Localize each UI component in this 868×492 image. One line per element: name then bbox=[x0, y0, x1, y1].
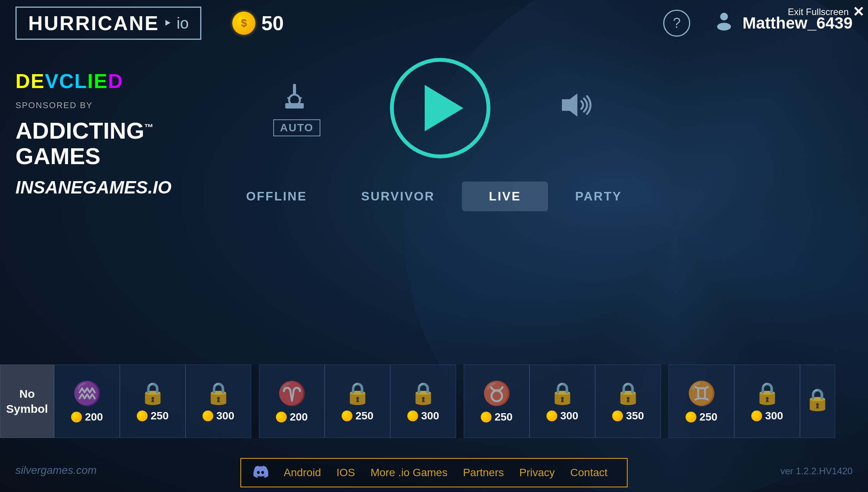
tab-live[interactable]: LIVE bbox=[462, 182, 548, 211]
top-bar: HURRICANE ‣ io $ 50 ? Matthew_6439 bbox=[0, 0, 868, 46]
symbol-price-1: 200 bbox=[71, 411, 103, 423]
coin-icon-5 bbox=[342, 411, 352, 421]
no-symbol-label: NoSymbol bbox=[6, 386, 48, 416]
lock-icon-11: 🔒 bbox=[754, 381, 781, 406]
symbol-card-no-symbol[interactable]: NoSymbol bbox=[0, 365, 54, 438]
help-button[interactable]: ? bbox=[663, 10, 690, 37]
footer-link-partners[interactable]: Partners bbox=[463, 467, 504, 479]
exit-fullscreen-label: Exit Fullscreen bbox=[788, 7, 849, 17]
coin-icon-2 bbox=[137, 411, 148, 421]
play-row: AUTO bbox=[273, 58, 595, 158]
coin-display: $ 50 bbox=[232, 12, 284, 35]
lock-icon-5: 🔒 bbox=[344, 381, 371, 406]
symbol-card-1[interactable]: ♒ 200 bbox=[54, 365, 120, 438]
symbol-card-9[interactable]: 🔒 350 bbox=[595, 365, 661, 438]
coin-icon-1 bbox=[71, 412, 82, 422]
lock-icon-6: 🔒 bbox=[410, 381, 437, 406]
lock-icon-12: 🔒 bbox=[804, 387, 831, 412]
footer-link-privacy[interactable]: Privacy bbox=[519, 467, 555, 479]
symbol-card-11[interactable]: 🔒 300 bbox=[734, 365, 800, 438]
coin-icon-7 bbox=[481, 412, 492, 422]
symbol-price-4: 200 bbox=[276, 411, 308, 423]
sound-button[interactable] bbox=[560, 92, 595, 125]
svg-marker-7 bbox=[562, 93, 577, 117]
tab-party[interactable]: PARTY bbox=[548, 182, 649, 211]
symbol-icon-7: ♉ bbox=[482, 380, 511, 407]
coin-icon-4 bbox=[276, 412, 287, 422]
symbol-row: NoSymbol ♒ 200 🔒 250 🔒 300 ♈ 200 bbox=[0, 365, 868, 438]
symbol-price-3: 300 bbox=[203, 410, 235, 422]
mode-tabs: OFFLINE SURVIVOR LIVE PARTY bbox=[219, 182, 649, 211]
center-area: AUTO OFFLINE SURVIVOR LIVE PARTY bbox=[0, 58, 868, 211]
footer-link-more-io[interactable]: More .io Games bbox=[371, 467, 448, 479]
bottom-bar: silvergames.com Android IOS More .io Gam… bbox=[0, 453, 868, 492]
svg-point-0 bbox=[720, 13, 728, 20]
coin-icon-8 bbox=[546, 411, 557, 421]
tab-survivor[interactable]: SURVIVOR bbox=[334, 182, 462, 211]
coin-icon-10 bbox=[686, 412, 696, 422]
symbol-price-7: 250 bbox=[481, 411, 513, 423]
lock-icon-9: 🔒 bbox=[615, 381, 642, 406]
symbol-icon-4: ♈ bbox=[277, 380, 306, 407]
coin-amount: 50 bbox=[261, 12, 284, 35]
symbol-card-8[interactable]: 🔒 300 bbox=[529, 365, 595, 438]
symbol-price-8: 300 bbox=[546, 410, 579, 422]
symbol-price-10: 250 bbox=[686, 411, 718, 423]
play-icon bbox=[425, 85, 463, 131]
symbol-card-4[interactable]: ♈ 200 bbox=[259, 365, 325, 438]
logo-symbol: ‣ io bbox=[163, 14, 189, 32]
auto-button[interactable]: AUTO bbox=[273, 80, 321, 136]
symbol-price-9: 350 bbox=[612, 410, 644, 422]
auto-icon bbox=[281, 80, 312, 116]
svg-point-1 bbox=[717, 23, 731, 31]
auto-label: AUTO bbox=[273, 119, 321, 136]
coin-icon: $ bbox=[232, 12, 255, 35]
lock-icon-3: 🔒 bbox=[205, 381, 232, 406]
symbol-icon-10: ♊ bbox=[687, 380, 716, 407]
footer-links: Android IOS More .io Games Partners Priv… bbox=[240, 458, 628, 487]
symbol-price-6: 300 bbox=[407, 410, 439, 422]
symbol-card-3[interactable]: 🔒 300 bbox=[186, 365, 251, 438]
footer-link-ios[interactable]: IOS bbox=[336, 467, 355, 479]
logo-text: HURRICANE bbox=[28, 12, 159, 35]
coin-icon-3 bbox=[203, 411, 213, 421]
discord-icon bbox=[253, 463, 268, 482]
help-label: ? bbox=[673, 15, 681, 31]
play-button[interactable] bbox=[390, 58, 490, 158]
svg-rect-4 bbox=[285, 103, 304, 109]
symbol-price-2: 250 bbox=[137, 410, 169, 422]
logo-box: HURRICANE ‣ io bbox=[15, 7, 201, 40]
symbol-price-11: 300 bbox=[751, 410, 783, 422]
tab-offline[interactable]: OFFLINE bbox=[219, 182, 334, 211]
lock-icon-2: 🔒 bbox=[140, 381, 166, 406]
symbol-card-5[interactable]: 🔒 250 bbox=[325, 365, 390, 438]
coin-icon-11 bbox=[751, 411, 762, 421]
symbol-card-12[interactable]: 🔒 bbox=[800, 365, 835, 438]
symbol-icon-1: ♒ bbox=[73, 380, 102, 407]
symbol-price-5: 250 bbox=[342, 410, 374, 422]
symbol-card-6[interactable]: 🔒 300 bbox=[390, 365, 456, 438]
version-label: ver 1.2.2.HV1420 bbox=[780, 466, 853, 477]
footer-link-android[interactable]: Android bbox=[284, 467, 321, 479]
lock-icon-8: 🔒 bbox=[549, 381, 576, 406]
symbol-card-10[interactable]: ♊ 250 bbox=[669, 365, 734, 438]
close-icon[interactable]: ✕ bbox=[853, 4, 864, 20]
symbol-card-7[interactable]: ♉ 250 bbox=[464, 365, 529, 438]
silvergames-label: silvergames.com bbox=[15, 464, 97, 477]
footer-link-contact[interactable]: Contact bbox=[570, 467, 608, 479]
coin-icon-6 bbox=[407, 411, 418, 421]
symbol-card-2[interactable]: 🔒 250 bbox=[120, 365, 186, 438]
coin-icon-9 bbox=[612, 411, 623, 421]
user-avatar-icon bbox=[713, 10, 735, 36]
exit-fullscreen-button[interactable]: Exit Fullscreen ✕ bbox=[788, 4, 864, 20]
